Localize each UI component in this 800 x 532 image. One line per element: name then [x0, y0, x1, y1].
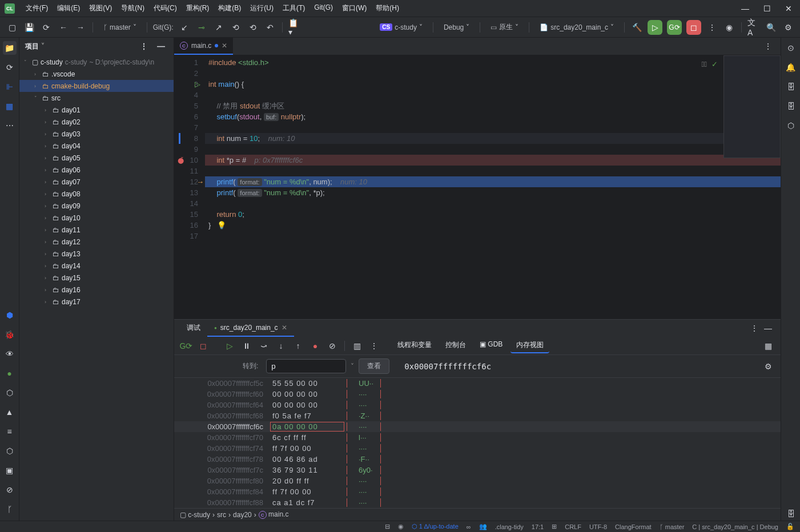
subtab-gdb[interactable]: ▣ GDB	[474, 338, 508, 353]
breadcrumb-item[interactable]: ▢ c-study	[180, 511, 210, 519]
debug-more-icon[interactable]: ⋮	[368, 340, 380, 352]
memory-row[interactable]: 0x00007fffffffcf7c36 79 30 116y0·	[174, 465, 781, 475]
memory-row[interactable]: 0x00007fffffffcf74ff 7f 00 00····	[174, 443, 781, 454]
sb-branch[interactable]: ᚴ master	[660, 523, 685, 530]
menu-navigate[interactable]: 导航(N)	[117, 2, 148, 15]
menu-run[interactable]: 运行(U)	[246, 2, 278, 15]
menu-help[interactable]: 帮助(H)	[372, 2, 403, 15]
back-icon[interactable]: ←	[57, 21, 70, 34]
tree-folder-vscode[interactable]: ›🗀.vscode	[19, 68, 174, 80]
tab-close-icon[interactable]: ✕	[282, 324, 287, 332]
debug-config-tab[interactable]: ● src_day20_main_c ✕	[207, 320, 294, 337]
tree-folder-day[interactable]: ›🗀day16	[19, 284, 174, 296]
sb-link-icon[interactable]: ∞	[467, 523, 471, 530]
subtab-threads[interactable]: 线程和变量	[392, 338, 437, 353]
tree-folder-day[interactable]: ›🗀day12	[19, 236, 174, 248]
close-icon[interactable]: ✕	[782, 2, 795, 15]
tree-folder-day[interactable]: ›🗀day05	[19, 152, 174, 164]
settings-icon[interactable]: ⚙	[782, 21, 794, 34]
tab-close-icon[interactable]: ✕	[222, 42, 227, 50]
green-dot-rail-icon[interactable]: ●	[3, 366, 17, 380]
cmake-rail-icon[interactable]: ▲	[3, 405, 17, 419]
branch-selector[interactable]: ᚴ master ˅	[99, 22, 141, 33]
code-body[interactable]: #include <stdio.h> ▷int main() { // 禁用 s…	[205, 55, 781, 319]
tree-folder-day[interactable]: ›🗀day06	[19, 164, 174, 176]
minimize-icon[interactable]: —	[738, 2, 752, 15]
tree-folder-cmake-build-debug[interactable]: ›🗀cmake-build-debug	[19, 80, 174, 92]
eye-rail-icon[interactable]: 👁	[3, 347, 17, 361]
notifications-icon[interactable]: ⊙	[784, 41, 798, 55]
target-selector[interactable]: ▭ 原生 ˅	[486, 21, 523, 33]
menu-view[interactable]: 视图(V)	[85, 2, 116, 15]
tree-folder-day[interactable]: ›🗀day02	[19, 116, 174, 128]
tree-folder-day[interactable]: ›🗀day11	[19, 224, 174, 236]
memory-row[interactable]: 0x00007fffffffcf5c55 55 00 00UU··	[174, 378, 781, 389]
memory-row[interactable]: 0x00007fffffffcf6c0a 00 00 00····	[174, 421, 781, 432]
bell-icon[interactable]: 🔔	[784, 61, 798, 74]
git-undo-icon[interactable]: ↶	[264, 21, 276, 34]
git-rail-icon[interactable]: ᚴ	[3, 502, 17, 516]
breadcrumb-item[interactable]: C main.c	[259, 510, 289, 519]
sb-context[interactable]: C | src_day20_main_c | Debug	[692, 523, 778, 530]
editor-tab-main-c[interactable]: C main.c ✕	[174, 38, 233, 55]
paste-icon[interactable]: 📋▾	[288, 21, 301, 34]
terminal-rail-icon[interactable]: ▣	[3, 464, 17, 477]
tree-folder-day[interactable]: ›🗀day04	[19, 140, 174, 152]
memory-settings-icon[interactable]: ⚙	[761, 360, 775, 373]
menu-build[interactable]: 构建(B)	[214, 2, 245, 15]
tree-folder-day[interactable]: ›🗀day09	[19, 200, 174, 212]
translate-icon[interactable]: 文A	[747, 21, 760, 34]
memory-row[interactable]: 0x00007fffffffcf7800 46 86 ad·F··	[174, 454, 781, 465]
sb-ai-icon[interactable]: ⊟	[385, 523, 390, 530]
memory-row[interactable]: 0x00007fffffffcf6000 00 00 00····	[174, 389, 781, 400]
memory-row[interactable]: 0x00007fffffffcf8020 d0 ff ff····	[174, 475, 781, 486]
breadcrumb-item[interactable]: src	[217, 511, 226, 519]
maximize-icon[interactable]: ☐	[760, 2, 774, 15]
refresh-icon[interactable]: ⟳	[40, 21, 53, 34]
more-rail-icon[interactable]: ⋯	[3, 119, 17, 132]
rerun-debug-icon[interactable]: G⟳	[180, 340, 192, 352]
sb-lock-icon[interactable]: 🔓	[786, 523, 794, 530]
debug-button[interactable]: G⟳	[667, 20, 682, 35]
subtab-console[interactable]: 控制台	[440, 338, 472, 353]
menu-tools[interactable]: 工具(T)	[279, 2, 309, 15]
subtab-memory[interactable]: 内存视图	[510, 338, 549, 353]
sb-win-icon[interactable]: ⊞	[552, 523, 557, 530]
hammer-icon[interactable]: 🔨	[630, 21, 643, 34]
sb-position[interactable]: 17:1	[532, 523, 544, 530]
git-commit-icon[interactable]: ⊸	[195, 21, 208, 34]
breadcrumb-item[interactable]: day20	[233, 511, 252, 519]
tab-more-icon[interactable]: ⋮	[761, 39, 775, 53]
git-history-icon[interactable]: ⟲	[230, 21, 242, 34]
problems-rail-icon[interactable]: ⊘	[3, 483, 17, 497]
tree-folder-day[interactable]: ›🗀day15	[19, 272, 174, 284]
minimap[interactable]	[723, 55, 781, 158]
tree-root[interactable]: ˅▢ c-study c-study ~ D:\project\c-study\…	[19, 56, 174, 68]
resume-icon[interactable]: ▷	[223, 340, 236, 352]
config-selector[interactable]: CS c-study ˅	[375, 22, 427, 33]
tree-folder-day[interactable]: ›🗀day14	[19, 260, 174, 272]
stop-debug-icon[interactable]: ◻	[197, 340, 210, 352]
git-rollback-icon[interactable]: ⟲	[247, 21, 259, 34]
tree-folder-day[interactable]: ›🗀day01	[19, 104, 174, 116]
tree-folder-day[interactable]: ›🗀day13	[19, 248, 174, 260]
memory-row[interactable]: 0x00007fffffffcf6400 00 00 00····	[174, 400, 781, 410]
sb-uptodate[interactable]: ⬡ 1 ∆/up-to-date	[412, 523, 459, 530]
search-icon[interactable]: 🔍	[765, 21, 777, 34]
database-icon[interactable]: 🗄	[784, 80, 798, 94]
step-into-icon[interactable]: ↓	[275, 340, 287, 352]
structure-rail-icon[interactable]: ⊩	[3, 80, 17, 94]
step-over-icon[interactable]: ⤻	[258, 340, 270, 352]
tree-folder-day[interactable]: ›🗀day17	[19, 296, 174, 308]
bookmark-rail-icon[interactable]: ▦	[3, 99, 17, 113]
debug-hide-icon[interactable]: —	[761, 321, 775, 335]
menu-refactor[interactable]: 重构(R)	[182, 2, 214, 15]
database-icon-2[interactable]: 🗄	[784, 99, 798, 113]
sb-lineend[interactable]: CRLF	[565, 523, 581, 530]
shield-rail-icon[interactable]: ⬡	[3, 386, 17, 400]
sb-encoding[interactable]: UTF-8	[589, 523, 607, 530]
menu-code[interactable]: 代码(C)	[150, 2, 181, 15]
view-breakpoints-icon[interactable]: ●	[309, 340, 321, 352]
memory-row[interactable]: 0x00007fffffffcf84ff 7f 00 00····	[174, 486, 781, 497]
debug-tab-label[interactable]: 调试	[180, 320, 207, 337]
